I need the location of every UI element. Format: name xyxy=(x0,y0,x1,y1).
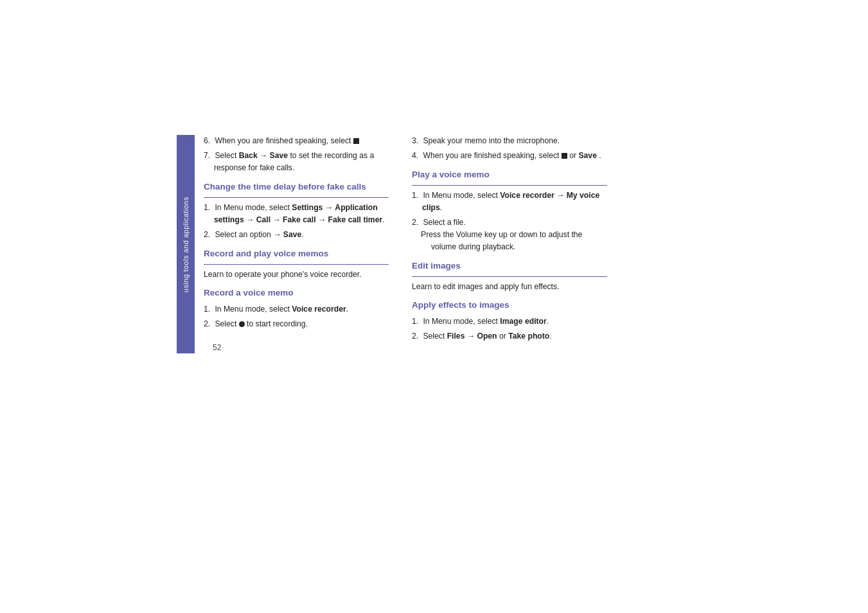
play-arr: → xyxy=(554,191,567,200)
step4-before: When you are finished speaking, select xyxy=(423,151,561,160)
edit-images-desc: Learn to edit images and apply fun effec… xyxy=(412,281,607,292)
step7-back: Back xyxy=(239,151,258,160)
step7-arrow: → xyxy=(260,151,267,160)
apply-effects-steps: 1. In Menu mode, select Image editor. 2.… xyxy=(412,315,607,342)
play-voicerecorder: Voice recorder xyxy=(500,191,554,200)
td-arr1: → xyxy=(323,203,335,212)
play-step2: 2. Select a file. Press the Volume key u… xyxy=(412,217,607,253)
apply-step1-pre: In Menu mode, select xyxy=(423,317,500,326)
step4-or: or xyxy=(569,151,578,160)
section-apply-effects-heading: Apply effects to images xyxy=(412,299,607,312)
td-fakecall: Fake call xyxy=(283,215,316,224)
record-bullet-icon xyxy=(239,321,245,327)
sidebar-tab-label: using tools and applications xyxy=(182,197,190,292)
apply-takephoto: Take photo xyxy=(508,332,549,341)
section-play-memo-heading: Play a voice memo xyxy=(412,168,607,181)
step-7: 7. Select Back → Save to set the recordi… xyxy=(204,150,389,174)
apply-imageeditor: Image editor xyxy=(500,317,546,326)
td-arr2: → xyxy=(244,215,256,224)
stop-icon xyxy=(353,138,359,144)
section-divider-1 xyxy=(204,197,389,198)
left-column: 6. When you are finished speaking, selec… xyxy=(195,135,400,353)
td-step1-pre: In Menu mode, select xyxy=(215,203,292,212)
section-time-delay-heading: Change the time delay before fake calls xyxy=(204,181,389,193)
apply-arr: → xyxy=(465,332,477,341)
steps-3-4: 3. Speak your memo into the microphone. … xyxy=(412,135,607,162)
rec-step2-end: to start recording. xyxy=(247,319,308,328)
td-call: Call xyxy=(256,215,270,224)
step7-save: Save xyxy=(270,151,288,160)
apply-open: Open xyxy=(477,332,497,341)
apply-files: Files xyxy=(447,332,465,341)
play-step2-sub: Press the Volume key up or down to adjus… xyxy=(422,229,607,253)
td-step2-pre: Select an option xyxy=(215,230,273,239)
steps-6-7: 6. When you are finished speaking, selec… xyxy=(204,135,389,174)
play-step1-end: . xyxy=(440,203,442,212)
rec-step2-pre: Select xyxy=(215,319,238,328)
td-step2-arr: → xyxy=(273,230,283,239)
play-step1-pre: In Menu mode, select xyxy=(423,191,500,200)
record-play-desc: Learn to operate your phone's voice reco… xyxy=(204,269,389,280)
step7-select: Select xyxy=(215,151,238,160)
td-step2-end: . xyxy=(301,230,303,239)
section-divider-4 xyxy=(412,276,607,277)
section-edit-images-heading: Edit images xyxy=(412,260,607,272)
right-column: 3. Speak your memo into the microphone. … xyxy=(400,135,619,353)
step-4: 4. When you are finished speaking, selec… xyxy=(412,150,607,162)
time-delay-steps: 1. In Menu mode, select Settings → Appli… xyxy=(204,202,389,241)
td-fakecalltimer: Fake call timer xyxy=(328,215,383,224)
time-delay-step1: 1. In Menu mode, select Settings → Appli… xyxy=(204,202,389,226)
time-delay-step2: 2. Select an option → Save. xyxy=(204,229,389,241)
rec-step1-pre: In Menu mode, select xyxy=(215,305,292,314)
apply-step1: 1. In Menu mode, select Image editor. xyxy=(412,315,607,328)
section-record-play-heading: Record and play voice memos xyxy=(204,247,389,260)
td-arr3: → xyxy=(270,215,283,224)
step3-text: Speak your memo into the microphone. xyxy=(423,136,560,145)
page-number: 52 xyxy=(213,342,389,353)
step4-save: Save xyxy=(578,151,596,160)
stop-icon-2 xyxy=(562,153,567,159)
td-arr4: → xyxy=(316,215,328,224)
record-memo-steps: 1. In Menu mode, select Voice recorder. … xyxy=(204,303,389,330)
apply-step2-end: . xyxy=(549,332,551,341)
step6-text: When you are finished speaking, select xyxy=(215,136,353,145)
section-divider-2 xyxy=(204,264,389,265)
section-record-memo-heading: Record a voice memo xyxy=(204,287,389,299)
apply-step2: 2. Select Files → Open or Take photo. xyxy=(412,330,607,342)
play-memo-steps: 1. In Menu mode, select Voice recorder →… xyxy=(412,190,607,253)
rec-step1-end: . xyxy=(346,305,348,314)
step-3: 3. Speak your memo into the microphone. xyxy=(412,135,607,147)
play-step1: 1. In Menu mode, select Voice recorder →… xyxy=(412,190,607,214)
step4-end: . xyxy=(599,151,601,160)
apply-or: or xyxy=(497,332,509,341)
play-step2-text: Select a file. xyxy=(423,218,465,227)
record-step2: 2. Select to start recording. xyxy=(204,318,389,330)
td-settings: Settings xyxy=(292,203,323,212)
td-step1-end: . xyxy=(382,215,384,224)
section-divider-3 xyxy=(412,185,607,186)
apply-step1-end: . xyxy=(547,317,549,326)
rec-voicerecorder: Voice recorder xyxy=(292,305,346,314)
td-step2-save: Save xyxy=(283,230,301,239)
sidebar-tab: using tools and applications xyxy=(177,135,195,353)
apply-step2-pre: Select xyxy=(423,332,447,341)
record-step1: 1. In Menu mode, select Voice recorder. xyxy=(204,303,389,315)
step-6: 6. When you are finished speaking, selec… xyxy=(204,135,389,147)
